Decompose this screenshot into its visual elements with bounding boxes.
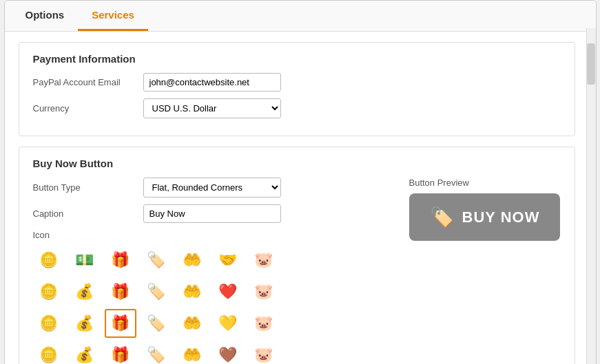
scrollbar[interactable] — [586, 28, 596, 364]
icon-cell-price-tag-gold[interactable]: 🏷️ — [141, 341, 172, 364]
icon-cell-price-tag-dark[interactable]: 🏷️ — [141, 246, 172, 275]
currency-label: Currency — [33, 103, 143, 114]
currency-row: Currency USD U.S. Dollar EUR Euro GBP Br… — [33, 98, 561, 118]
buy-now-section: Buy Now Button Button Type Flat, Rounded… — [19, 147, 575, 364]
icon-label: Icon — [33, 230, 395, 240]
button-type-row: Button Type Flat, Rounded Corners Flat, … — [33, 178, 395, 197]
icon-cell-piggy-bank-yellow[interactable]: 🐷 — [248, 309, 280, 338]
tabs-bar: Options Services — [5, 1, 596, 32]
main-container: Options Services Payment Information Pay… — [4, 0, 597, 364]
buy-now-layout: Button Type Flat, Rounded Corners Flat, … — [33, 178, 561, 364]
icon-cell-coins-stack-yellow[interactable]: 🪙 — [33, 246, 65, 275]
icon-cell-gift-red[interactable]: 🎁 — [105, 309, 136, 338]
icon-cell-piggy-bank-red[interactable]: 🐷 — [248, 277, 280, 306]
currency-select[interactable]: USD U.S. Dollar EUR Euro GBP British Pou… — [143, 98, 281, 118]
icon-cell-money-bag-purple[interactable]: 💰 — [69, 277, 101, 306]
button-type-select[interactable]: Flat, Rounded Corners Flat, Square Corne… — [143, 178, 281, 197]
caption-label: Caption — [33, 208, 143, 219]
payment-section: Payment Information PayPal Account Email… — [19, 42, 575, 136]
icon-grid: 🪙💵🎁🏷️🤲🤝🐷🪙💰🎁🏷️🤲❤️🐷🪙💰🎁🏷️🤲💛🐷🪙💰🎁🏷️🤲🤎🐷 — [33, 246, 395, 364]
icon-cell-coins-stack-dark2[interactable]: 🪙 — [33, 309, 65, 338]
icon-cell-piggy-bank-pink[interactable]: 🐷 — [248, 246, 280, 275]
icon-cell-heart-hands-brown[interactable]: 🤎 — [212, 341, 244, 364]
icon-cell-piggy-bank-brown[interactable]: 🐷 — [248, 341, 280, 364]
preview-label: Button Preview — [409, 178, 469, 188]
icon-cell-hands-open-green[interactable]: 🤲 — [176, 309, 208, 338]
icon-cell-price-tag-red[interactable]: 🏷️ — [141, 277, 172, 306]
icon-cell-money-bag-dark[interactable]: 💵 — [69, 246, 101, 275]
icon-cell-money-bag-brown[interactable]: 💰 — [69, 341, 101, 364]
email-row: PayPal Account Email — [33, 73, 561, 92]
icon-cell-hands-open-brown[interactable]: 🤲 — [176, 341, 208, 364]
icon-cell-price-tag-selected[interactable]: 🏷️ — [141, 309, 172, 338]
icon-cell-coins-stack-dark[interactable]: 🪙 — [33, 277, 65, 306]
buy-now-left: Button Type Flat, Rounded Corners Flat, … — [33, 178, 395, 364]
icon-cell-coins-stack-gold[interactable]: 🪙 — [33, 341, 65, 364]
icon-cell-heart-hands-red[interactable]: ❤️ — [212, 277, 244, 306]
payment-title: Payment Information — [33, 53, 561, 65]
icon-cell-gift-dark[interactable]: 🎁 — [105, 246, 136, 275]
preview-btn-text: BUY NOW — [462, 208, 540, 226]
content-area: Payment Information PayPal Account Email… — [5, 32, 596, 364]
tab-services[interactable]: Services — [78, 1, 148, 31]
buy-now-preview-button[interactable]: 🏷️ BUY NOW — [409, 193, 561, 241]
button-type-label: Button Type — [33, 182, 143, 193]
email-input[interactable] — [143, 73, 281, 92]
email-label: PayPal Account Email — [33, 77, 143, 87]
caption-input[interactable] — [143, 204, 281, 223]
icon-cell-hands-heart[interactable]: 🤲 — [176, 277, 208, 306]
tab-options[interactable]: Options — [12, 1, 79, 31]
icon-cell-handshake-dark[interactable]: 🤝 — [212, 246, 244, 275]
icon-cell-gift-purple[interactable]: 🎁 — [105, 277, 136, 306]
caption-row: Caption — [33, 204, 395, 223]
scrollbar-thumb[interactable] — [587, 43, 595, 85]
icon-cell-heart-hands-yellow[interactable]: 💛 — [212, 309, 244, 338]
buy-now-right: Button Preview 🏷️ BUY NOW — [409, 178, 561, 364]
icon-cell-money-bag-dark2[interactable]: 💰 — [69, 309, 101, 338]
icon-cell-hands-open-dark[interactable]: 🤲 — [176, 246, 208, 275]
buy-now-title: Buy Now Button — [33, 158, 561, 169]
icon-cell-gift-gold[interactable]: 🎁 — [105, 341, 136, 364]
